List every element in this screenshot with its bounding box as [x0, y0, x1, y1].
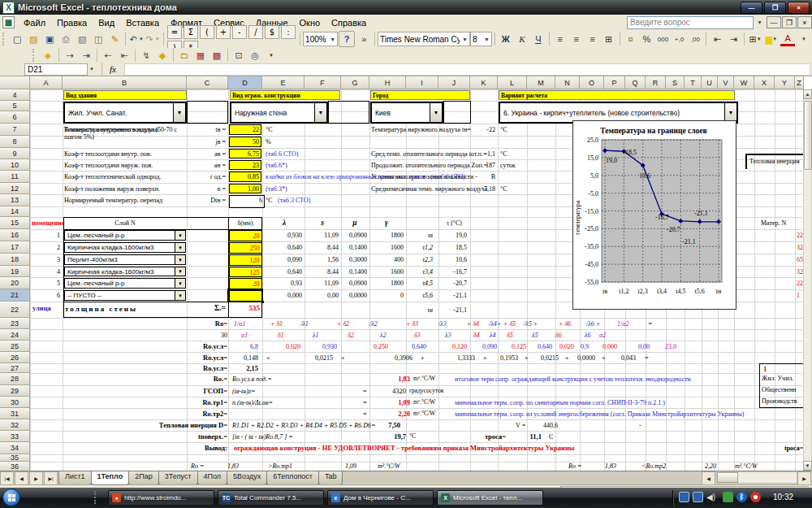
selector-dropdown-1[interactable]: Наружная стена▼ [230, 102, 328, 124]
menu-3[interactable]: Вставка [120, 16, 165, 29]
layer-thickness[interactable]: 250 [229, 242, 262, 254]
increase-indent-icon[interactable]: ⇥ [726, 32, 741, 46]
doc-restore-button[interactable]: ❐ [782, 16, 797, 28]
name-box[interactable]: D21 [24, 63, 88, 76]
spreadsheet-grid[interactable]: ABCDEFGHIJKLMNOPQRSTUVWXYZ45678910111213… [0, 76, 812, 471]
param-value[interactable]: 50 [229, 137, 261, 147]
open-icon[interactable]: ▨ [26, 32, 41, 46]
fill-color-icon[interactable]: ▆▼ [764, 32, 779, 46]
row-header-5[interactable]: 5 [0, 101, 30, 111]
chevron-down-icon[interactable]: ▼ [175, 291, 185, 300]
currency-icon[interactable]: ¤ [623, 32, 637, 46]
remove-all-arrows-icon[interactable]: ↯ [139, 48, 153, 63]
column-header-Q[interactable]: Q [625, 76, 646, 89]
column-header-X[interactable]: X [754, 76, 775, 89]
param-value[interactable]: 6 [229, 195, 265, 208]
row-header-36[interactable]: 36 [0, 462, 30, 471]
menu-8[interactable]: Справка [326, 16, 372, 29]
column-header-B[interactable]: B [63, 76, 187, 89]
taskbar-button-2[interactable]: eДом в Чернигове - C... [327, 490, 434, 506]
row-header-14[interactable]: 14 [0, 206, 30, 217]
selected-cell-d21[interactable] [227, 289, 263, 302]
bold-button[interactable]: Ж [499, 32, 513, 46]
calc-button-0[interactable]: = [167, 25, 182, 39]
taskbar-button-0[interactable]: ●http://www.stroimdo... [108, 490, 214, 506]
print-icon[interactable]: ⎙ [58, 32, 73, 46]
column-header-W[interactable]: W [734, 76, 754, 89]
chevron-down-icon[interactable]: ▼ [175, 243, 185, 252]
format-painter-icon[interactable]: ✎ [107, 32, 122, 46]
minimize-button[interactable]: — [741, 2, 762, 14]
calc-button-6[interactable]: $ [265, 25, 279, 39]
sheet-tab-2Пар[interactable]: 2Пар [128, 471, 159, 485]
row-header-8[interactable]: 8 [0, 136, 30, 148]
menu-2[interactable]: Вид [93, 16, 120, 29]
column-header-F[interactable]: F [304, 76, 341, 89]
calc-button-5[interactable]: / [248, 25, 263, 39]
column-header-Z[interactable]: Z [795, 76, 804, 89]
undo-icon[interactable]: ↶▼ [129, 32, 144, 46]
new-document-icon[interactable]: ▢ [10, 32, 24, 46]
column-header-C[interactable]: C [187, 76, 228, 89]
column-header-A[interactable]: A [30, 76, 63, 89]
row-header-24[interactable]: 24 [0, 329, 30, 341]
more-icon[interactable]: ▼ [797, 32, 811, 46]
row-header-20[interactable]: 20 [0, 277, 30, 289]
layer-thickness[interactable]: 20 [229, 278, 262, 289]
column-header-N[interactable]: N [555, 76, 580, 89]
layer-material-dropdown[interactable]: Цем.-песчаный р-р▼ [64, 278, 186, 289]
thousand-separator-icon[interactable]: 000 [655, 32, 670, 46]
column-header-D[interactable]: D [228, 76, 262, 89]
sheet-tab-4Пол[interactable]: 4Пол [197, 471, 228, 485]
borders-icon[interactable]: ⊞▼ [748, 32, 762, 46]
column-header-J[interactable]: J [438, 76, 470, 89]
sheet-tab-Tab[interactable]: Tab [318, 471, 343, 485]
scroll-thumb[interactable] [804, 101, 812, 170]
chevron-down-icon[interactable]: ▼ [430, 103, 442, 122]
volume-icon[interactable]: ◀) [706, 492, 717, 502]
column-header-H[interactable]: H [369, 76, 406, 89]
column-header-I[interactable]: I [406, 76, 438, 89]
chevron-down-icon[interactable]: ▼ [175, 255, 185, 264]
redo-icon[interactable]: ↷▼ [145, 32, 160, 46]
row-header-15[interactable]: 15 [0, 217, 30, 229]
chevron-down-icon[interactable]: ▼ [175, 279, 185, 288]
merge-center-icon[interactable]: ⊞ [602, 32, 616, 46]
prev-sheet-icon[interactable]: ◀ [15, 471, 28, 485]
column-header-Y[interactable]: Y [775, 76, 795, 89]
trace-dependents-icon[interactable]: ⇠ [101, 48, 115, 63]
column-header-E[interactable]: E [262, 76, 304, 89]
row-header-17[interactable]: 17 [0, 241, 30, 254]
column-header-L[interactable]: L [498, 76, 527, 89]
layer-material-dropdown[interactable]: Цем.-песчаный р-р▼ [64, 230, 186, 241]
bluetooth-icon[interactable]: ᛒ [736, 492, 747, 502]
question-dropdown-icon[interactable]: ▼ [757, 20, 762, 25]
row-header-7[interactable]: 7 [0, 124, 30, 136]
taskbar-button-1[interactable]: TCTotal Commander 7.5... [218, 490, 324, 506]
sheet-tab-Лист1[interactable]: Лист1 [58, 471, 92, 485]
sheet-tab-5Воздух[interactable]: 5Воздух [227, 471, 267, 485]
align-center-icon[interactable]: ≡ [569, 32, 584, 46]
selector-dropdown-2[interactable]: Киев▼ [370, 102, 443, 124]
calc-button-1[interactable]: Σ [184, 25, 198, 39]
doc-close-button[interactable]: × [797, 16, 812, 28]
row-header-26[interactable]: 26 [0, 352, 30, 363]
column-header-P[interactable]: P [604, 76, 625, 89]
chevron-down-icon[interactable]: ▼ [173, 103, 185, 122]
evaluate-formula-icon[interactable]: ◎ [248, 48, 262, 63]
start-button[interactable] [2, 488, 20, 506]
row-header-10[interactable]: 10 [0, 159, 30, 171]
horizontal-scrollbar[interactable] [716, 471, 797, 484]
column-header-R[interactable]: R [646, 76, 666, 89]
layer-thickness[interactable]: 20 [229, 230, 262, 241]
antivirus-icon[interactable] [750, 492, 761, 502]
menu-0[interactable]: Файл [18, 16, 51, 29]
print-preview-icon[interactable]: ▧ [75, 32, 89, 46]
row-header-34[interactable]: 34 [0, 442, 30, 454]
chevron-down-icon[interactable]: ▼ [314, 103, 326, 122]
row-header-27[interactable]: 27 [0, 363, 30, 373]
scroll-up-icon[interactable]: ▲ [803, 89, 812, 99]
row-header-12[interactable]: 12 [0, 183, 30, 194]
zoom-select[interactable]: 100%▼ [303, 32, 338, 46]
layer-thickness[interactable]: 125 [229, 267, 262, 277]
